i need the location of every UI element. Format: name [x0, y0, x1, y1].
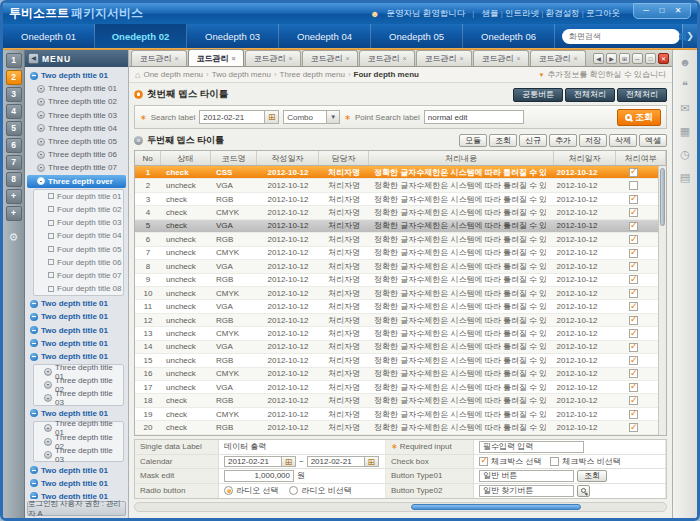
sidebar-item-depth2-0[interactable]: Two depth title 01	[27, 69, 126, 82]
grid-action-5[interactable]: 저장	[579, 134, 607, 147]
point-search-input[interactable]	[424, 110, 524, 124]
table-row[interactable]: 2uncheckVGA2012-10-12처리자명정확한 글자수제한은 시스템에…	[135, 179, 658, 192]
search-date-input[interactable]	[199, 110, 265, 124]
table-row[interactable]: 7uncheckCMYK2012-10-12처리자명정확한 글자수제한은 시스템…	[135, 247, 658, 260]
nav-item-onedepth-3[interactable]: Onedepth 03	[187, 24, 279, 48]
titlebar-link-3[interactable]: 환경설정	[545, 8, 579, 18]
inline-search-button[interactable]: 조회	[577, 470, 607, 482]
mail-icon[interactable]: ✉	[677, 101, 694, 115]
grid-action-3[interactable]: 신규	[519, 134, 547, 147]
menu-collapse-button[interactable]: ◀	[28, 53, 39, 64]
table-row[interactable]: 9uncheckRGB2012-10-12처리자명정확한 글자수제한은 시스템에…	[135, 274, 658, 287]
sidebar-item-depth2-19[interactable]: Two depth title 01	[27, 324, 126, 337]
row-checkbox[interactable]	[629, 195, 638, 204]
row-checkbox[interactable]	[629, 249, 638, 258]
rail-button-3[interactable]: 3	[6, 87, 22, 102]
rail-button-7[interactable]: 7	[6, 155, 22, 170]
sidebar-item-depth3-1[interactable]: Three depth title 01	[27, 82, 126, 95]
sidebar-item-depth2-25[interactable]: Two depth title 01	[27, 407, 126, 420]
mdi-close-icon[interactable]: ✕	[658, 53, 669, 64]
row-checkbox[interactable]	[629, 262, 638, 271]
calendar-from-input[interactable]	[224, 456, 282, 468]
sidebar-item-depth3-6[interactable]: Three depth title 06	[27, 148, 126, 161]
nav-item-onedepth-5[interactable]: Onedepth 05	[371, 24, 463, 48]
table-row[interactable]: 11uncheckVGA2012-10-12처리자명정확한 글자수제한은 시스템…	[135, 300, 658, 313]
tab-8[interactable]: 코드관리×	[530, 50, 586, 66]
table-row[interactable]: 5checkVGA2012-10-12처리자명정확한 글자수제한은 시스템에 따…	[135, 220, 658, 233]
magnifier-button[interactable]	[577, 485, 590, 497]
row-checkbox[interactable]	[629, 208, 638, 217]
clock-icon[interactable]: ◷	[677, 147, 694, 161]
global-search-input[interactable]	[569, 32, 679, 41]
table-row[interactable]: 14uncheckVGA2012-10-12처리자명정확한 글자수제한은 시스템…	[135, 341, 658, 354]
rail-add-button-1[interactable]: +	[6, 189, 22, 204]
row-checkbox[interactable]	[629, 396, 638, 405]
sidebar-item-depth4-14[interactable]: Four depth title 06	[34, 256, 123, 269]
row-checkbox[interactable]	[629, 383, 638, 392]
tab-scroll-left-icon[interactable]: ◀	[593, 53, 604, 64]
row-checkbox[interactable]	[629, 343, 638, 352]
user-icon[interactable]: ☻	[677, 55, 694, 69]
rail-button-6[interactable]: 6	[6, 138, 22, 153]
row-checkbox[interactable]	[629, 181, 638, 190]
sidebar-item-depth4-12[interactable]: Four depth title 04	[34, 229, 123, 242]
breadcrumb-item-2[interactable]: Two depth menu	[212, 70, 271, 79]
row-checkbox[interactable]	[629, 168, 638, 177]
tab-close-icon[interactable]: ×	[345, 55, 349, 62]
table-row[interactable]: 10uncheckCMYK2012-10-12처리자명정확한 글자수제한은 시스…	[135, 287, 658, 300]
nav-item-onedepth-4[interactable]: Onedepth 04	[279, 24, 371, 48]
checkbox-selected[interactable]	[479, 457, 488, 466]
tab-3[interactable]: 코드관리×	[245, 50, 301, 66]
search-combo[interactable]: Combo ▼	[283, 110, 340, 124]
row-checkbox[interactable]	[629, 222, 638, 231]
button-type02-input[interactable]	[479, 485, 574, 497]
grid-action-1[interactable]: 모듈	[459, 134, 487, 147]
table-row[interactable]: 8uncheckVGA2012-10-12처리자명정확한 글자수제한은 시스템에…	[135, 260, 658, 273]
row-checkbox[interactable]	[629, 316, 638, 325]
table-row[interactable]: 4checkCMYK2012-10-12처리자명정확한 글자수제한은 시스템에 …	[135, 206, 658, 219]
sidebar-item-depth4-11[interactable]: Four depth title 03	[34, 216, 123, 229]
breadcrumb-item-3[interactable]: Three depth menu	[280, 70, 345, 79]
button-type01-input[interactable]	[479, 470, 574, 482]
tab-1[interactable]: 코드관리×	[131, 50, 187, 66]
rail-button-5[interactable]: 5	[6, 121, 22, 136]
chat-icon[interactable]: ❝	[677, 78, 694, 92]
tab-5[interactable]: 코드관리×	[359, 50, 415, 66]
sidebar-item-depth2-20[interactable]: Two depth title 01	[27, 337, 126, 350]
titlebar-link-2[interactable]: 인트라넷	[505, 8, 539, 18]
grid-action-6[interactable]: 삭제	[609, 134, 637, 147]
rail-add-button-2[interactable]: +	[6, 206, 22, 221]
sidebar-item-depth2-30[interactable]: Two depth title 01	[27, 477, 126, 490]
rail-button-2[interactable]: 2	[6, 70, 22, 85]
rail-button-8[interactable]: 8	[6, 172, 22, 187]
required-input-field[interactable]	[479, 441, 584, 453]
table-row[interactable]: 18checkRGB2012-10-12처리자명정확한 글자수제한은 시스템에 …	[135, 394, 658, 407]
vertical-scrollbar[interactable]	[658, 166, 666, 435]
table-row[interactable]: 13uncheckCMYK2012-10-12처리자명정확한 글자수제한은 시스…	[135, 327, 658, 340]
nav-item-onedepth-2[interactable]: Onedepth 02	[95, 24, 187, 48]
radio-selected[interactable]	[224, 486, 233, 495]
sidebar-item-depth3-3[interactable]: Three depth title 03	[27, 109, 126, 122]
horizontal-scrollbar[interactable]	[134, 502, 667, 512]
maximize-button[interactable]: □	[655, 5, 669, 16]
search-icon[interactable]	[679, 33, 686, 40]
minimize-button[interactable]: ─	[639, 5, 653, 16]
sidebar-item-depth4-15[interactable]: Four depth title 07	[34, 269, 123, 282]
tab-close-icon[interactable]: ×	[573, 55, 577, 62]
sidebar-item-depth3-4[interactable]: Three depth title 04	[27, 122, 126, 135]
sidebar-item-depth4-10[interactable]: Four depth title 02	[34, 203, 123, 216]
row-checkbox[interactable]	[629, 356, 638, 365]
sidebar-item-depth3-7[interactable]: Three depth title 07	[27, 161, 126, 174]
tab-scroll-right-icon[interactable]: ▶	[606, 53, 617, 64]
scrollbar-thumb[interactable]	[411, 504, 581, 510]
table-row[interactable]: 1checkCSS2012-10-12처리자명정확한 글자수제한은 시스템에 따…	[135, 166, 658, 179]
breadcrumb-item-4[interactable]: Four depth menu	[354, 70, 419, 79]
tab-6[interactable]: 코드관리×	[416, 50, 472, 66]
table-row[interactable]: 15uncheckRGB2012-10-12처리자명정확한 글자수제한은 시스템…	[135, 354, 658, 367]
global-search[interactable]	[562, 29, 680, 44]
rail-button-4[interactable]: 4	[6, 104, 22, 119]
row-checkbox[interactable]	[629, 289, 638, 298]
calendar-icon[interactable]: ⊞	[265, 110, 279, 124]
tab-close-icon[interactable]: ×	[516, 55, 520, 62]
table-row[interactable]: 6uncheckRGB2012-10-12처리자명정확한 글자수제한은 시스템에…	[135, 233, 658, 246]
